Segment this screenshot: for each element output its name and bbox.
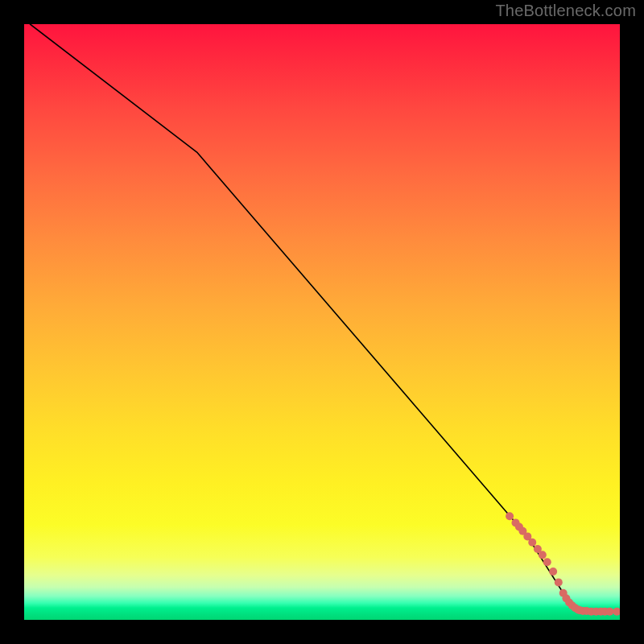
curve-line <box>30 24 620 612</box>
data-marker <box>506 512 514 520</box>
plot-area <box>24 24 620 620</box>
data-marker <box>613 608 620 616</box>
watermark-text: TheBottleneck.com <box>495 2 636 20</box>
chart-frame: TheBottleneck.com <box>0 0 644 644</box>
data-marker <box>605 608 613 616</box>
chart-svg <box>24 24 620 620</box>
data-marker <box>543 558 551 566</box>
data-marker <box>549 568 557 576</box>
marker-group <box>506 512 620 615</box>
data-marker <box>528 539 536 547</box>
data-marker <box>539 551 547 559</box>
data-marker <box>555 578 563 586</box>
